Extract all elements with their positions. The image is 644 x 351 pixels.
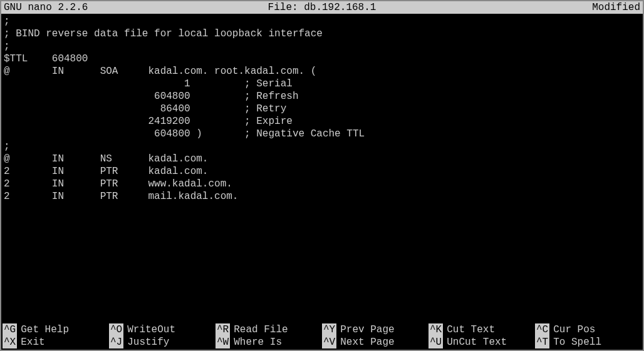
shortcut-label: Cur Pos [553,323,595,336]
shortcut-label: Cut Text [447,323,495,336]
key-icon: ^T [535,336,549,348]
modified-status: Modified [428,1,640,14]
shortcut-justify[interactable]: ^J Justify [109,336,216,348]
key-icon: ^Y [322,323,336,336]
key-icon: ^J [109,336,123,348]
shortcut-uncut-text[interactable]: ^U UnCut Text [428,336,535,348]
shortcut-bar: ^G Get Help ^O WriteOut ^R Read File ^Y … [1,323,643,350]
editor-content[interactable]: ; ; BIND reverse data file for local loo… [1,14,643,204]
key-icon: ^U [428,336,443,348]
shortcut-row-2: ^X Exit ^J Justify ^W Where Is ^V Next P… [3,336,641,348]
shortcut-cur-pos[interactable]: ^C Cur Pos [535,323,641,336]
shortcut-label: Read File [234,323,288,336]
title-bar: GNU nano 2.2.6 File: db.192.168.1 Modifi… [1,1,643,14]
key-icon: ^W [216,336,230,348]
shortcut-prev-page[interactable]: ^Y Prev Page [322,323,428,336]
shortcut-row-1: ^G Get Help ^O WriteOut ^R Read File ^Y … [3,323,641,336]
key-icon: ^G [3,323,17,336]
shortcut-label: Get Help [21,323,69,336]
shortcut-next-page[interactable]: ^V Next Page [322,336,428,348]
shortcut-label: WriteOut [127,323,175,336]
key-icon: ^K [428,323,443,336]
key-icon: ^R [216,323,230,336]
app-name: GNU nano 2.2.6 [4,1,216,14]
key-icon: ^O [109,323,123,336]
shortcut-where-is[interactable]: ^W Where Is [216,336,322,348]
shortcut-label: Next Page [340,336,394,348]
shortcut-read-file[interactable]: ^R Read File [216,323,322,336]
shortcut-label: Where Is [234,336,282,348]
shortcut-label: Prev Page [340,323,394,336]
shortcut-label: To Spell [553,336,601,348]
file-name: File: db.192.168.1 [216,1,428,14]
shortcut-writeout[interactable]: ^O WriteOut [109,323,216,336]
key-icon: ^X [3,336,17,348]
shortcut-exit[interactable]: ^X Exit [3,336,109,348]
shortcut-label: Exit [21,336,44,348]
shortcut-to-spell[interactable]: ^T To Spell [535,336,641,348]
shortcut-label: UnCut Text [447,336,507,348]
shortcut-label: Justify [127,336,169,348]
shortcut-get-help[interactable]: ^G Get Help [3,323,109,336]
key-icon: ^C [535,323,549,336]
shortcut-cut-text[interactable]: ^K Cut Text [428,323,535,336]
key-icon: ^V [322,336,336,348]
